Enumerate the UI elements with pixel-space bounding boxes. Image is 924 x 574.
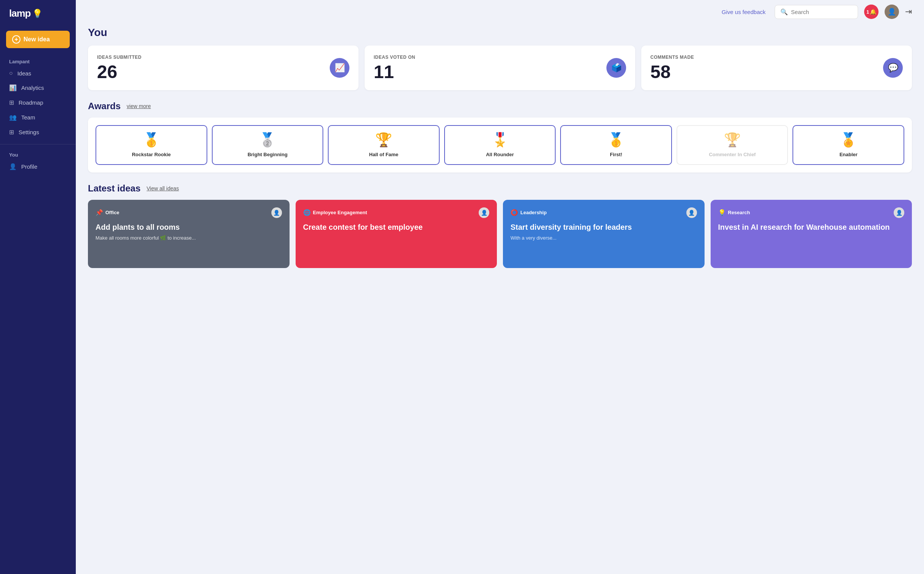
idea-avatar-2: 👤 xyxy=(686,207,697,218)
category-icon-0: 📌 xyxy=(96,209,103,216)
you-title: You xyxy=(88,24,912,39)
award-name-2: Hall of Fame xyxy=(369,151,398,158)
category-icon-3: 💡 xyxy=(718,209,726,216)
award-name-3: All Rounder xyxy=(486,151,514,158)
idea-avatar-3: 👤 xyxy=(894,207,904,218)
award-name-4: First! xyxy=(610,151,622,158)
idea-category-0: 📌 Office xyxy=(96,209,120,216)
idea-title-1: Create contest for best employee xyxy=(303,222,490,232)
idea-card-0[interactable]: 📌 Office 👤 Add plants to all rooms Make … xyxy=(88,200,290,268)
awards-section: Awards view more 🥇 Rockstar Rookie 🥈 Bri… xyxy=(88,101,912,172)
roadmap-icon: ⊞ xyxy=(9,99,14,106)
sidebar-item-team[interactable]: 👥 Team xyxy=(0,110,76,125)
awards-title: Awards xyxy=(88,101,121,112)
awards-header: Awards view more xyxy=(88,101,912,112)
stat-card-left-2: IDEAS VOTED ON 11 xyxy=(374,55,416,81)
stat-label-voted: IDEAS VOTED ON xyxy=(374,55,416,60)
search-input[interactable] xyxy=(791,9,852,15)
award-name-0: Rockstar Rookie xyxy=(132,151,171,158)
stats-grid: IDEAS SUBMITTED 26 📈 IDEAS VOTED ON 11 🗳… xyxy=(88,46,912,90)
awards-view-more[interactable]: view more xyxy=(127,103,151,109)
idea-card-header-2: ⭕ Leadership 👤 xyxy=(510,207,697,218)
category-icon-1: 🌐 xyxy=(303,209,311,216)
award-enabler[interactable]: 🏅 Enabler xyxy=(792,125,904,165)
idea-card-header-1: 🌐 Employee Engagement 👤 xyxy=(303,207,490,218)
award-emoji-3: 🎖️ xyxy=(491,132,508,148)
award-hall-of-fame[interactable]: 🏆 Hall of Fame xyxy=(328,125,440,165)
idea-card-1[interactable]: 🌐 Employee Engagement 👤 Create contest f… xyxy=(296,200,497,268)
view-all-ideas-link[interactable]: View all ideas xyxy=(147,185,179,191)
sidebar-item-ideas[interactable]: ○ Ideas xyxy=(0,66,76,80)
plus-circle-icon: + xyxy=(12,35,20,44)
category-label-3: Research xyxy=(728,210,751,215)
idea-title-2: Start diversity training for leaders xyxy=(510,222,697,232)
team-icon: 👥 xyxy=(9,114,17,121)
header: Give us feedback 🔍 1 🔔 👤 ⇥ xyxy=(76,0,924,24)
idea-desc-2: With a very diverse... xyxy=(510,235,697,241)
sidebar-section-lampant: Lampant xyxy=(0,56,76,66)
idea-card-2[interactable]: ⭕ Leadership 👤 Start diversity training … xyxy=(503,200,705,268)
award-all-rounder[interactable]: 🎖️ All Rounder xyxy=(444,125,556,165)
stat-value-comments: 58 xyxy=(650,63,694,81)
stat-card-ideas-voted: IDEAS VOTED ON 11 🗳️ xyxy=(365,46,635,90)
latest-title: Latest ideas xyxy=(88,183,141,194)
sidebar-item-settings[interactable]: ⊞ Settings xyxy=(0,125,76,140)
sidebar-item-roadmap-label: Roadmap xyxy=(19,99,43,106)
idea-category-2: ⭕ Leadership xyxy=(510,209,546,216)
latest-section: Latest ideas View all ideas 📌 Office 👤 A… xyxy=(88,183,912,268)
idea-card-3[interactable]: 💡 Research 👤 Invest in AI research for W… xyxy=(711,200,912,268)
stat-card-ideas-submitted: IDEAS SUBMITTED 26 📈 xyxy=(88,46,359,90)
stat-icon-comments: 💬 xyxy=(883,58,903,78)
sidebar-section-you: You xyxy=(0,149,76,159)
award-bright-beginning[interactable]: 🥈 Bright Beginning xyxy=(212,125,324,165)
award-emoji-4: 🥇 xyxy=(608,132,625,148)
award-emoji-1: 🥈 xyxy=(259,132,276,148)
stat-value-ideas: 26 xyxy=(97,63,142,81)
stat-icon-voted: 🗳️ xyxy=(606,58,626,78)
stat-icon-ideas: 📈 xyxy=(330,58,349,78)
category-label-0: Office xyxy=(105,210,120,215)
sidebar-item-profile[interactable]: 👤 Profile xyxy=(0,159,76,174)
feedback-link[interactable]: Give us feedback xyxy=(722,9,766,15)
idea-avatar-0: 👤 xyxy=(271,207,282,218)
notification-count: 1 xyxy=(866,9,869,15)
sidebar-divider xyxy=(0,144,76,144)
sidebar-item-roadmap[interactable]: ⊞ Roadmap xyxy=(0,95,76,110)
sidebar-item-analytics[interactable]: 📊 Analytics xyxy=(0,80,76,95)
idea-title-0: Add plants to all rooms xyxy=(96,222,282,232)
category-label-2: Leadership xyxy=(520,210,546,215)
stat-card-left-3: COMMENTS MADE 58 xyxy=(650,55,694,81)
logout-icon[interactable]: ⇥ xyxy=(905,7,912,17)
search-icon: 🔍 xyxy=(780,8,788,16)
idea-card-header-3: 💡 Research 👤 xyxy=(718,207,905,218)
you-section: You IDEAS SUBMITTED 26 📈 IDEAS VOTED ON … xyxy=(88,24,912,90)
ideas-grid: 📌 Office 👤 Add plants to all rooms Make … xyxy=(88,200,912,268)
sidebar-item-ideas-label: Ideas xyxy=(17,70,31,77)
notification-button[interactable]: 1 🔔 xyxy=(864,5,878,19)
app-logo: lamp💡ant xyxy=(0,0,76,27)
stat-label-comments: COMMENTS MADE xyxy=(650,55,694,60)
main-content: Give us feedback 🔍 1 🔔 👤 ⇥ You IDEAS SUB… xyxy=(76,0,924,574)
logo-text: lamp xyxy=(9,8,31,19)
latest-header: Latest ideas View all ideas xyxy=(88,183,912,194)
idea-category-3: 💡 Research xyxy=(718,209,751,216)
award-rockstar-rookie[interactable]: 🥇 Rockstar Rookie xyxy=(96,125,207,165)
stat-value-voted: 11 xyxy=(374,63,416,81)
content: You IDEAS SUBMITTED 26 📈 IDEAS VOTED ON … xyxy=(76,24,924,280)
sidebar-item-profile-label: Profile xyxy=(21,163,38,170)
new-idea-button[interactable]: + New idea xyxy=(6,31,70,48)
search-container: 🔍 xyxy=(774,5,858,19)
sidebar-item-analytics-label: Analytics xyxy=(21,85,44,91)
sidebar: lamp💡ant + New idea Lampant ○ Ideas 📊 An… xyxy=(0,0,76,574)
award-emoji-6: 🏅 xyxy=(840,132,857,148)
analytics-icon: 📊 xyxy=(9,84,17,91)
profile-icon: 👤 xyxy=(9,163,17,170)
idea-avatar-1: 👤 xyxy=(479,207,489,218)
award-emoji-0: 🥇 xyxy=(143,132,160,148)
logo-icon: 💡 xyxy=(32,9,43,19)
award-first[interactable]: 🥇 First! xyxy=(560,125,672,165)
bell-icon: 🔔 xyxy=(870,9,876,15)
ideas-icon: ○ xyxy=(9,70,13,77)
avatar[interactable]: 👤 xyxy=(885,5,899,19)
award-commenter-in-chief[interactable]: 🏆 Commenter In Chief xyxy=(677,125,788,165)
